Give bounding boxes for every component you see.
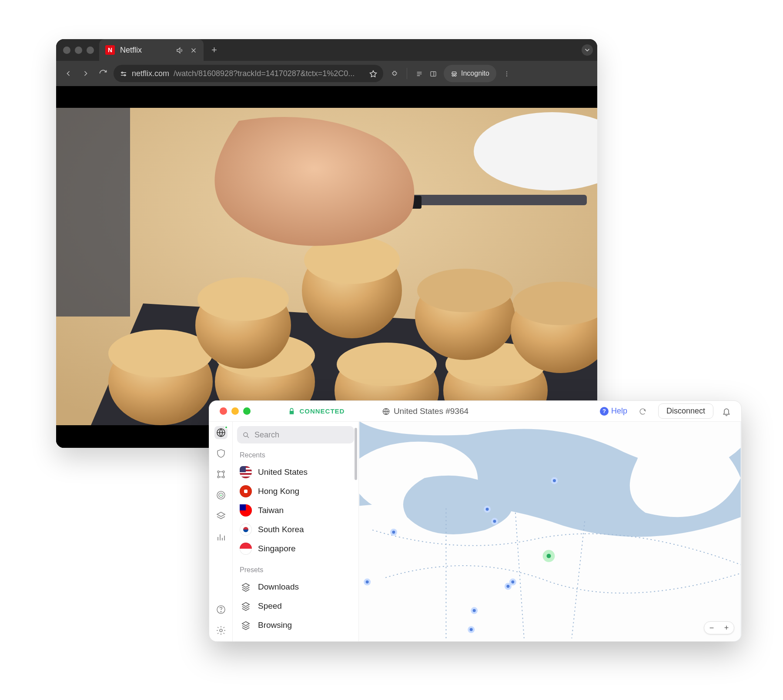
map-canvas: [359, 422, 741, 641]
maximize-window-dot[interactable]: [87, 47, 94, 54]
recent-item-hk[interactable]: Hong Kong: [237, 482, 354, 501]
svg-point-35: [218, 476, 219, 478]
svg-point-6: [506, 73, 507, 74]
svg-point-27: [417, 269, 513, 312]
browser-menu-icon[interactable]: [503, 70, 510, 77]
recent-item-kr[interactable]: South Korea: [237, 520, 354, 539]
video-player[interactable]: [56, 86, 597, 448]
svg-point-34: [223, 471, 224, 473]
vpn-traffic-lights[interactable]: [220, 407, 251, 415]
zoom-out-button[interactable]: −: [709, 623, 714, 633]
incognito-label: Incognito: [461, 70, 489, 77]
maximize-window-dot[interactable]: [243, 407, 251, 415]
tab-list-dropdown[interactable]: [582, 44, 593, 56]
divider: [407, 68, 407, 79]
browser-tab-netflix[interactable]: N Netflix: [99, 39, 204, 61]
svg-point-21: [197, 277, 289, 321]
svg-rect-12: [404, 195, 587, 205]
svg-point-4: [455, 74, 456, 76]
minimize-window-dot[interactable]: [75, 47, 82, 54]
side-panel-icon[interactable]: [430, 70, 437, 77]
svg-point-52: [493, 520, 496, 523]
vpn-titlebar: CONNECTED United States #9364 ?Help Disc…: [209, 401, 741, 422]
close-window-dot[interactable]: [220, 407, 227, 415]
mac-traffic-lights[interactable]: [63, 47, 94, 54]
flag-icon-tw: [240, 504, 252, 517]
svg-rect-2: [431, 71, 436, 76]
reload-button[interactable]: [96, 69, 110, 78]
presets-heading: Presets: [240, 566, 351, 574]
server-name: United States #9364: [394, 407, 468, 416]
bookmark-star-icon[interactable]: [369, 69, 377, 78]
layers-icon: [240, 600, 252, 612]
incognito-badge[interactable]: Incognito: [444, 65, 496, 82]
svg-rect-10: [56, 108, 130, 317]
disconnect-button[interactable]: Disconnect: [658, 403, 713, 419]
current-server[interactable]: United States #9364: [382, 407, 468, 416]
preset-item-browsing[interactable]: Browsing: [237, 616, 354, 635]
site-settings-icon[interactable]: [120, 69, 127, 78]
sidebar-stats[interactable]: [214, 530, 228, 543]
back-button[interactable]: [61, 69, 75, 78]
recent-item-label: Singapore: [258, 544, 296, 553]
zoom-in-button[interactable]: +: [724, 623, 729, 633]
reading-list-icon[interactable]: [416, 70, 423, 77]
preset-item-label: Downloads: [258, 582, 299, 592]
browser-toolbar: netflix.com/watch/81608928?trackId=14170…: [56, 61, 597, 86]
minimize-window-dot[interactable]: [231, 407, 239, 415]
svg-point-23: [337, 343, 437, 386]
tab-title: Netflix: [120, 46, 171, 55]
connection-status: CONNECTED: [299, 407, 345, 415]
preset-item-label: Speed: [258, 601, 282, 611]
sidebar-presets[interactable]: [214, 510, 228, 523]
sidebar-radar[interactable]: [214, 489, 228, 502]
svg-point-36: [223, 476, 224, 478]
browser-tab-strip: N Netflix +: [56, 39, 597, 61]
sidebar-support[interactable]: [214, 603, 228, 616]
netflix-favicon: N: [105, 45, 115, 55]
flag-icon-us: [240, 466, 252, 478]
notifications-icon[interactable]: [719, 406, 733, 416]
svg-point-60: [473, 609, 476, 612]
recent-item-label: United States: [258, 467, 308, 477]
server-map[interactable]: − +: [359, 422, 741, 641]
close-tab-icon[interactable]: [190, 46, 197, 55]
map-zoom-control[interactable]: − +: [704, 621, 734, 634]
svg-point-50: [486, 508, 489, 511]
chrome-browser-window: N Netflix + netflix.com/watch/81608928?t…: [56, 39, 597, 448]
recent-item-label: South Korea: [258, 525, 304, 534]
globe-icon: [382, 407, 390, 416]
sidebar-settings[interactable]: [214, 624, 228, 637]
recent-item-label: Hong Kong: [258, 487, 299, 496]
sidebar-mesh[interactable]: [214, 468, 228, 481]
svg-point-43: [244, 433, 248, 437]
vpn-app-window: CONNECTED United States #9364 ?Help Disc…: [209, 400, 742, 642]
recents-heading: Recents: [240, 451, 351, 459]
preset-item-speed[interactable]: Speed: [237, 597, 354, 616]
svg-point-41: [221, 611, 221, 612]
svg-point-64: [547, 554, 551, 558]
search-input[interactable]: Search: [237, 426, 354, 443]
help-link[interactable]: ?Help: [600, 407, 627, 416]
flag-icon-kr: [240, 523, 252, 536]
flag-icon-hk: [240, 485, 252, 497]
sidebar-countries[interactable]: [214, 426, 228, 439]
audio-playing-icon[interactable]: [176, 46, 184, 55]
lock-icon: [288, 407, 296, 416]
sidebar-security[interactable]: [214, 447, 228, 460]
new-tab-button[interactable]: +: [208, 43, 221, 57]
scrollbar[interactable]: [355, 428, 357, 480]
extensions-icon[interactable]: [391, 70, 398, 77]
video-frame-image: [56, 86, 597, 448]
preset-item-label: Browsing: [258, 620, 292, 630]
svg-point-54: [506, 585, 509, 588]
forward-button[interactable]: [79, 69, 93, 78]
recent-item-sg[interactable]: Singapore: [237, 539, 354, 558]
preset-item-downloads[interactable]: Downloads: [237, 577, 354, 597]
svg-point-42: [220, 629, 222, 632]
close-window-dot[interactable]: [63, 47, 70, 54]
recent-item-us[interactable]: United States: [237, 463, 354, 482]
refresh-icon[interactable]: [639, 407, 647, 416]
address-bar[interactable]: netflix.com/watch/81608928?trackId=14170…: [114, 65, 383, 82]
recent-item-tw[interactable]: Taiwan: [237, 501, 354, 520]
